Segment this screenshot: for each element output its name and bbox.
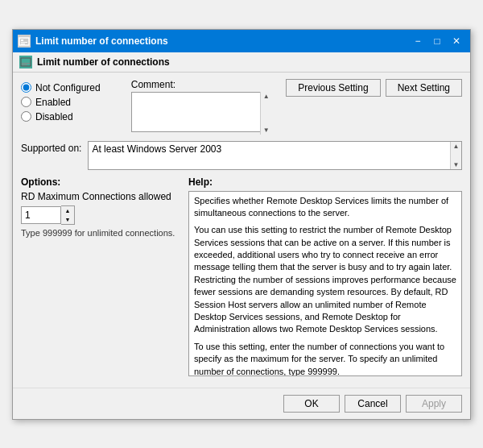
radio-not-configured[interactable]: Not Configured [21,82,101,93]
close-button[interactable]: ✕ [448,33,465,49]
comment-scrollbar: ▲ ▼ [260,92,271,135]
comment-label: Comment: [131,79,272,90]
ok-button[interactable]: OK [283,395,340,413]
apply-button[interactable]: Apply [406,395,462,413]
next-setting-button[interactable]: Next Setting [386,79,462,97]
supported-scroll-up[interactable]: ▲ [453,143,460,150]
svg-rect-2 [21,42,27,43]
subtitle-bar: Limit number of connections [13,52,470,73]
maximize-button[interactable]: □ [428,33,446,49]
supported-scrollbar: ▲ ▼ [450,142,461,169]
svg-rect-5 [22,60,25,62]
supported-value: At least Windows Server 2003 [92,143,234,155]
title-bar: Limit number of connections − □ ✕ [13,30,470,52]
content-area: Not Configured Enabled Disabled Comment: [13,73,470,383]
supported-row: Supported on: At least Windows Server 20… [21,141,462,170]
title-bar-controls: − □ ✕ [409,33,465,49]
window-title: Limit number of connections [35,35,168,47]
previous-setting-button[interactable]: Previous Setting [286,79,380,97]
radio-not-configured-input[interactable] [21,82,31,93]
main-panels: Options: RD Maximum Connections allowed … [21,176,462,376]
supported-box: At least Windows Server 2003 ▲ ▼ [88,141,462,170]
bottom-bar: OK Cancel Apply [13,388,470,419]
help-text-box[interactable]: Specifies whether Remote Desktop Service… [188,191,462,376]
svg-rect-1 [21,39,23,41]
radio-group: Not Configured Enabled Disabled [21,79,101,122]
number-input-row: ▲ ▼ [21,205,182,225]
connections-input[interactable] [21,206,61,224]
subtitle-label: Limit number of connections [37,56,170,68]
svg-rect-7 [22,64,27,65]
window-icon [18,35,31,48]
spin-up-button[interactable]: ▲ [61,206,74,215]
comment-textarea[interactable] [131,92,272,132]
help-para-2: To use this setting, enter the number of… [194,341,456,376]
radio-enabled[interactable]: Enabled [21,97,101,108]
help-header: Help: [188,176,462,188]
comment-scroll-up[interactable]: ▲ [263,93,270,100]
supported-scroll-down[interactable]: ▼ [453,161,460,168]
spinner-buttons: ▲ ▼ [61,205,75,225]
radio-disabled-input[interactable] [21,111,31,122]
svg-rect-6 [22,63,30,64]
radio-disabled[interactable]: Disabled [21,111,101,122]
radio-enabled-label: Enabled [35,97,71,108]
help-para-1: You can use this setting to restrict the… [194,224,456,336]
radio-enabled-input[interactable] [21,97,31,107]
comment-section: Comment: ▲ ▼ [131,79,272,135]
options-header: Options: [21,176,182,188]
connections-label: RD Maximum Connections allowed [21,191,182,202]
options-panel: Options: RD Maximum Connections allowed … [21,176,182,376]
header-area: Not Configured Enabled Disabled Comment: [21,79,462,135]
comment-scroll-down[interactable]: ▼ [263,127,270,134]
supported-label: Supported on: [21,141,81,154]
help-panel: Help: Specifies whether Remote Desktop S… [188,176,462,376]
radio-not-configured-label: Not Configured [35,82,101,93]
main-window: Limit number of connections − □ ✕ Limit … [12,29,471,420]
minimize-button[interactable]: − [409,33,427,49]
help-para-0: Specifies whether Remote Desktop Service… [194,195,456,220]
hint-text: Type 999999 for unlimited connections. [21,228,182,238]
radio-disabled-label: Disabled [35,111,73,122]
subtitle-icon [19,56,32,68]
spin-down-button[interactable]: ▼ [61,215,74,224]
cancel-button[interactable]: Cancel [345,395,401,413]
svg-rect-3 [21,44,25,44]
top-buttons: Previous Setting Next Setting [286,79,462,97]
